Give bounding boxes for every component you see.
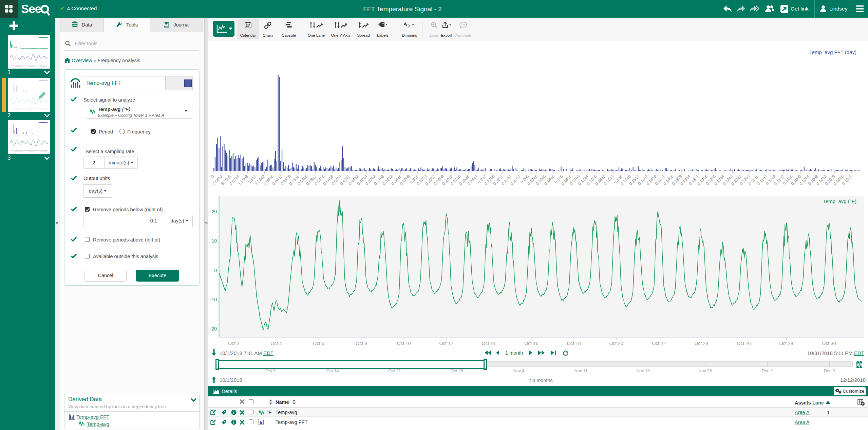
svg-text:See: See (21, 2, 41, 15)
